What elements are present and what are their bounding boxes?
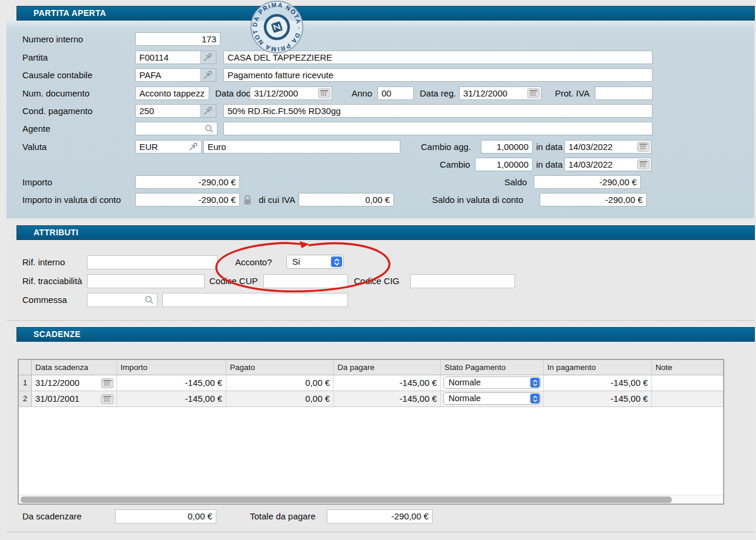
note-cell[interactable] (652, 391, 723, 406)
cond-pagamento-label: Cond. pagamento (22, 104, 92, 118)
data-reg-field[interactable]: 31/12/2000 (459, 86, 541, 100)
stato-pagamento-select[interactable]: Normale (443, 376, 541, 389)
totale-da-pagare-field[interactable]: -290,00 € (327, 509, 433, 524)
cambio-agg-field[interactable]: 1,00000 (481, 140, 533, 154)
cambio-date-value[interactable]: 14/03/2022 (565, 159, 637, 169)
col-note[interactable]: Note (652, 360, 723, 375)
in-pagamento-cell[interactable]: -145,00 € (544, 375, 652, 391)
importo-valuta-conto-label: Importo in valuta di conto (22, 193, 121, 206)
col-in-pagamento[interactable]: In pagamento (544, 360, 652, 375)
cambio-date-field[interactable]: 14/03/2022 (564, 158, 651, 171)
anno-label: Anno (352, 86, 372, 100)
da-scadenzare-field[interactable]: 0,00 € (115, 509, 216, 524)
data-scadenza-cell[interactable]: 31/01/2001 (32, 391, 117, 406)
importo-valuta-conto-field[interactable]: -290,00 € (135, 193, 240, 206)
table-row: 1 31/12/2000 -145,00 € 0,00 € -145,00 € … (19, 375, 723, 391)
totale-da-pagare-label: Totale da pagare (250, 509, 316, 523)
rif-interno-field[interactable] (87, 255, 218, 269)
da-pagare-cell[interactable]: -145,00 € (334, 375, 441, 391)
cond-pagamento-code-field[interactable]: 250 (135, 104, 216, 118)
agente-label: Agente (22, 122, 51, 135)
col-importo[interactable]: Importo (117, 360, 226, 375)
goto-arrow-icon[interactable] (185, 141, 201, 153)
num-documento-field[interactable]: Acconto tappezz (135, 86, 209, 100)
codice-cig-field[interactable] (410, 274, 515, 288)
anno-field[interactable]: 00 (377, 86, 414, 100)
cambio-field[interactable]: 1,00000 (475, 158, 533, 171)
data-scadenza-value[interactable]: 31/01/2001 (35, 391, 101, 406)
acconto-value: Si (292, 256, 300, 266)
calendar-icon[interactable] (318, 88, 330, 98)
valuta-code-value[interactable]: EUR (136, 141, 185, 153)
up-down-chevrons-icon (530, 378, 540, 388)
goto-arrow-icon[interactable] (200, 69, 216, 81)
goto-arrow-icon[interactable] (200, 105, 216, 117)
importo-cell[interactable]: -145,00 € (117, 375, 226, 391)
cambio-label: Cambio (440, 158, 470, 171)
causale-code-value[interactable]: PAFA (136, 69, 200, 81)
pagato-cell[interactable]: 0,00 € (226, 375, 334, 391)
da-pagare-cell[interactable]: -145,00 € (334, 391, 441, 406)
search-icon[interactable] (205, 124, 214, 134)
cambio-agg-date-field[interactable]: 14/03/2022 (564, 140, 651, 154)
agente-description-field[interactable] (223, 122, 653, 135)
horizontal-scrollbar[interactable] (19, 495, 723, 504)
data-scadenza-value[interactable]: 31/12/2000 (35, 375, 101, 391)
importo-label: Importo (22, 175, 52, 189)
col-stato-pagamento[interactable]: Stato Pagamento (441, 360, 544, 375)
calendar-icon[interactable] (637, 142, 650, 152)
da-scadenzare-label: Da scadenzare (22, 509, 82, 523)
partita-aperta-header: PARTITA APERTA (16, 6, 755, 21)
acconto-select[interactable]: Si (286, 255, 344, 269)
search-icon[interactable] (145, 295, 154, 305)
scadenze-table-header-row: Data scadenza Importo Pagato Da pagare S… (19, 360, 723, 375)
cambio-agg-date-value[interactable]: 14/03/2022 (565, 142, 637, 152)
calendar-icon[interactable] (101, 378, 113, 388)
col-da-pagare[interactable]: Da pagare (334, 360, 441, 375)
data-doc-label: Data doc. (215, 86, 253, 100)
codice-cup-field[interactable] (263, 274, 348, 288)
importo-cell[interactable]: -145,00 € (117, 391, 226, 406)
data-reg-value[interactable]: 31/12/2000 (460, 88, 527, 98)
valuta-code-field[interactable]: EUR (135, 140, 202, 154)
cond-pagamento-code-value[interactable]: 250 (136, 105, 200, 117)
data-scadenza-cell[interactable]: 31/12/2000 (32, 375, 117, 391)
saldo-field[interactable]: -290,00 € (534, 175, 641, 189)
stato-pagamento-select[interactable]: Normale (443, 392, 541, 405)
note-cell[interactable] (652, 375, 723, 391)
valuta-description-field[interactable]: Euro (203, 140, 400, 154)
partita-code-value[interactable]: F00114 (136, 51, 200, 64)
in-pagamento-cell[interactable]: -145,00 € (544, 391, 652, 406)
calendar-icon[interactable] (527, 88, 540, 98)
stato-pagamento-cell: Normale (441, 375, 544, 391)
goto-arrow-icon[interactable] (200, 51, 216, 64)
calendar-icon[interactable] (637, 159, 650, 169)
prot-iva-field[interactable] (595, 86, 653, 100)
causale-description-field[interactable]: Pagamento fatture ricevute (223, 68, 653, 82)
di-cui-iva-field[interactable]: 0,00 € (299, 193, 394, 206)
scrollbar-thumb[interactable] (21, 496, 672, 503)
scadenze-title: SCADENZE (34, 329, 81, 339)
agente-code-field[interactable] (135, 122, 218, 135)
col-pagato[interactable]: Pagato (226, 360, 334, 375)
rif-tracciabilita-field[interactable] (87, 274, 205, 288)
pagato-cell[interactable]: 0,00 € (226, 391, 334, 406)
row-number: 1 (19, 375, 32, 391)
saldo-valuta-conto-field[interactable]: -290,00 € (540, 193, 647, 206)
data-doc-value[interactable]: 31/12/2000 (250, 88, 318, 98)
commessa-description-field[interactable] (162, 293, 348, 307)
col-data-scadenza[interactable]: Data scadenza (32, 360, 117, 375)
causale-code-field[interactable]: PAFA (135, 68, 216, 82)
partita-code-field[interactable]: F00114 (135, 51, 216, 64)
numero-interno-field[interactable]: 173 (135, 32, 220, 46)
acconto-label: Acconto? (235, 255, 272, 269)
data-doc-field[interactable]: 31/12/2000 (250, 86, 332, 100)
importo-field[interactable]: -290,00 € (135, 175, 240, 189)
commessa-label: Commessa (22, 293, 67, 306)
row-number-column-header (19, 360, 32, 375)
cond-pagamento-description-field[interactable]: 50% RD.Ric.Ft.50% RD30gg (223, 104, 653, 118)
commessa-code-field[interactable] (87, 293, 158, 307)
calendar-icon[interactable] (101, 394, 113, 404)
scadenze-header: SCADENZE (16, 327, 755, 342)
saldo-label: Saldo (504, 175, 527, 189)
